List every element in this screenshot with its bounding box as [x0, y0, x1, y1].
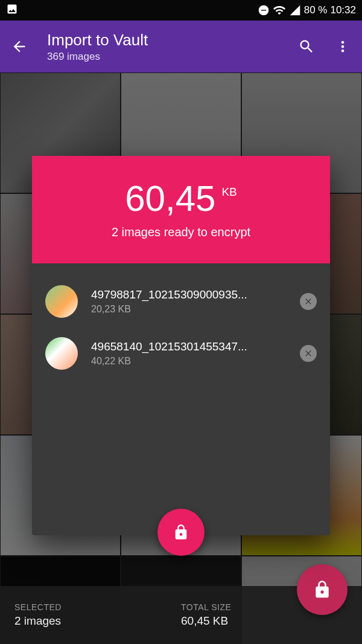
search-icon[interactable]	[298, 38, 315, 55]
notification-area	[6, 3, 18, 18]
list-item: 49798817_10215309000935... 20,23 KB	[45, 275, 317, 327]
dialog-size-value: 60,45	[125, 181, 215, 217]
lock-icon	[173, 524, 189, 541]
svg-rect-1	[261, 10, 266, 11]
status-bar: 80 % 10:32	[0, 0, 362, 21]
file-name: 49658140_10215301455347...	[91, 340, 287, 353]
clock: 10:32	[330, 4, 356, 16]
do-not-disturb-icon	[258, 4, 270, 16]
file-name: 49798817_10215309000935...	[91, 288, 287, 301]
remove-button[interactable]	[300, 345, 317, 362]
dialog-header: 60,45 KB 2 images ready to encrypt	[32, 156, 330, 263]
image-icon	[6, 3, 18, 15]
status-icons: 80 % 10:32	[258, 4, 356, 17]
selected-value: 2 images	[14, 614, 181, 628]
dialog-file-list: 49798817_10215309000935... 20,23 KB 4965…	[32, 263, 330, 391]
file-size: 20,23 KB	[91, 304, 287, 315]
signal-icon	[289, 4, 301, 16]
remove-button[interactable]	[300, 293, 317, 310]
more-icon[interactable]	[334, 38, 351, 55]
selected-label: SELECTED	[14, 602, 181, 612]
dialog-ready-text: 2 images ready to encrypt	[112, 225, 250, 239]
encrypt-dialog: 60,45 KB 2 images ready to encrypt 49798…	[32, 156, 330, 535]
close-icon	[303, 349, 313, 358]
total-size-value: 60,45 KB	[181, 614, 348, 628]
confirm-encrypt-fab[interactable]	[157, 509, 205, 556]
file-thumbnail	[45, 285, 78, 318]
page-title: Import to Vault	[47, 31, 298, 50]
battery-percent: 80 %	[304, 4, 328, 16]
file-thumbnail	[45, 337, 78, 370]
app-bar: Import to Vault 369 images	[0, 21, 362, 72]
back-arrow-icon[interactable]	[11, 38, 28, 55]
page-subtitle: 369 images	[47, 51, 298, 63]
wifi-icon	[273, 4, 286, 17]
dialog-size-unit: KB	[221, 185, 237, 199]
list-item: 49658140_10215301455347... 40,22 KB	[45, 327, 317, 379]
file-size: 40,22 KB	[91, 356, 287, 367]
lock-icon	[313, 580, 332, 599]
encrypt-fab[interactable]	[297, 564, 348, 615]
close-icon	[303, 297, 313, 306]
